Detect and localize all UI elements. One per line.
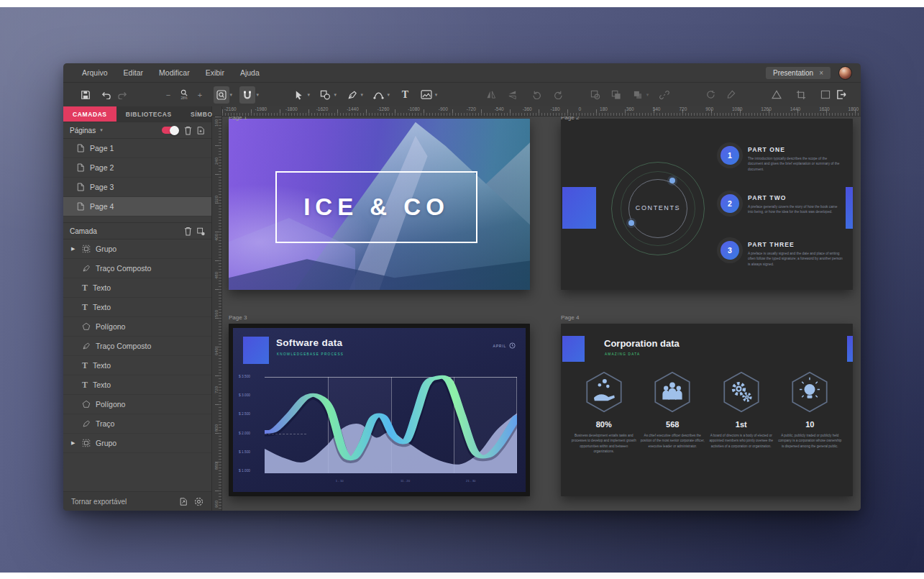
stat-value: 568	[666, 420, 679, 429]
layers-stack-dropdown[interactable]: ▾	[646, 92, 649, 98]
menu-modificar[interactable]: Modificar	[159, 68, 190, 77]
bend-tool-button[interactable]	[370, 86, 386, 104]
pen-tool-button[interactable]	[344, 86, 360, 104]
artboard-page-2[interactable]: CONTENTS 1 PART ONE The introduction typ…	[561, 119, 853, 290]
select-tool-dropdown[interactable]: ▾	[308, 92, 311, 98]
layer-item-texto[interactable]: ▶ T Texto	[63, 375, 211, 395]
layer-item-poligono[interactable]: ▶ Polígono	[63, 317, 211, 337]
accent-square	[562, 187, 596, 229]
layer-item-traco[interactable]: ▶ Traço	[63, 414, 211, 434]
undo-button[interactable]	[99, 86, 114, 104]
link-button[interactable]	[657, 86, 672, 104]
export-slice-button[interactable]	[179, 497, 188, 506]
pen-tool-dropdown[interactable]: ▾	[361, 92, 364, 98]
zoom-out-button[interactable]: −	[160, 86, 176, 104]
style-brush-button[interactable]	[723, 86, 739, 104]
artboard-label[interactable]: Page 2	[561, 117, 579, 121]
canvas-viewport[interactable]: Page 1 Page 2 Page 3 Page 4 ICE & CO	[222, 117, 861, 511]
avatar[interactable]	[838, 66, 852, 80]
crop-icon	[796, 90, 806, 100]
page-item-2[interactable]: Page 2	[63, 158, 211, 178]
text-layer-icon: T	[82, 283, 88, 293]
team-icon	[653, 371, 692, 413]
rotate-ccw-button[interactable]	[529, 86, 545, 104]
zoom-level-button[interactable]: 28%	[176, 86, 192, 104]
save-button[interactable]	[78, 86, 93, 104]
select-tool-button[interactable]	[291, 86, 307, 104]
plus-label: +	[198, 91, 202, 99]
layer-label: Grupo	[96, 245, 116, 253]
layer-item-texto[interactable]: ▶ T Texto	[63, 298, 211, 317]
rotate-cw-button[interactable]	[550, 86, 566, 104]
contents-title: CONTENTS	[628, 204, 688, 211]
shape-tool-button[interactable]	[318, 86, 334, 104]
rotate-copies-button[interactable]	[702, 86, 718, 104]
brush-icon	[726, 90, 736, 99]
page-item-3[interactable]: Page 3	[63, 178, 211, 197]
redo-button[interactable]	[114, 86, 130, 104]
mask-button[interactable]	[587, 86, 603, 104]
zoom-in-button[interactable]: +	[192, 86, 208, 104]
artboard-page-4[interactable]: Corporation data AMAZING DATA 80% Busine…	[561, 324, 853, 496]
sidebar: CAMADAS BIBLIOTECAS SÍMBOLOS Páginas ▾ P…	[63, 106, 212, 511]
mask-icon	[590, 90, 600, 100]
shape-tool-dropdown[interactable]: ▾	[334, 92, 337, 98]
triangle-shape-button[interactable]	[769, 86, 785, 104]
horizontal-ruler: -2160-1980-1800-1620-1440-1260-1080-900-…	[222, 106, 861, 117]
add-layer-button[interactable]	[196, 227, 205, 236]
artboard-label[interactable]: Page 1	[229, 117, 247, 121]
text-tool-button[interactable]: T	[397, 86, 413, 104]
zoom-tool-dropdown[interactable]: ▾	[230, 92, 233, 98]
crop-button[interactable]	[793, 86, 809, 104]
export-exit-button[interactable]	[833, 86, 849, 104]
menu-arquivo[interactable]: Arquivo	[82, 68, 108, 77]
layer-item-grupo[interactable]: ▶ Grupo	[63, 240, 211, 259]
part-number-badge: 3	[721, 241, 739, 260]
artboard-label[interactable]: Page 3	[229, 314, 247, 321]
layer-item-grupo[interactable]: ▶ Grupo	[63, 434, 211, 453]
flip-vertical-button[interactable]	[505, 86, 521, 104]
add-page-button[interactable]	[196, 126, 205, 135]
expand-icon[interactable]: ▶	[71, 440, 77, 446]
layer-label: Texto	[93, 380, 111, 389]
flip-horizontal-button[interactable]	[483, 86, 499, 104]
layer-item-poligono[interactable]: ▶ Polígono	[63, 395, 211, 414]
make-exportable-label[interactable]: Tornar exportável	[71, 498, 127, 506]
snap-dropdown[interactable]: ▾	[256, 92, 259, 98]
image-tool-dropdown[interactable]: ▾	[435, 92, 438, 98]
pages-toggle[interactable]	[162, 127, 178, 134]
stat-body: As chief executive officer describes the…	[640, 433, 705, 449]
stat-body: Business development entails tasks and p…	[572, 433, 636, 454]
boolean-union-button[interactable]	[608, 86, 624, 104]
expand-icon[interactable]: ▶	[71, 246, 77, 252]
document-tab[interactable]: Presentation ×	[766, 67, 831, 79]
add-page-icon	[196, 126, 205, 135]
menu-exibir[interactable]: Exibir	[206, 68, 224, 77]
layers-stack-button[interactable]	[630, 86, 646, 104]
zoom-region-tool-button[interactable]	[214, 86, 229, 104]
tab-camadas[interactable]: CAMADAS	[63, 106, 116, 122]
menu-bar: Arquivo Editar Modificar Exibir Ajuda Pr…	[63, 63, 861, 82]
layer-item-texto[interactable]: ▶ T Texto	[63, 278, 211, 298]
delete-layer-button[interactable]	[184, 227, 192, 236]
layer-item-texto[interactable]: ▶ T Texto	[63, 356, 211, 375]
artboard-page-3[interactable]: Software data KNOWLEDGEBASE PROCESS APRI…	[229, 324, 530, 496]
rectangle-shape-button[interactable]	[818, 86, 833, 104]
image-tool-button[interactable]	[418, 86, 434, 104]
menu-editar[interactable]: Editar	[124, 68, 143, 77]
pages-collapse-icon[interactable]: ▾	[100, 127, 103, 133]
delete-page-button[interactable]	[184, 126, 192, 135]
page-item-1[interactable]: Page 1	[63, 139, 211, 158]
artboard-label[interactable]: Page 4	[561, 314, 579, 321]
snap-magnet-button[interactable]	[239, 86, 255, 104]
layer-item-traco-composto[interactable]: ▶ Traço Composto	[63, 259, 211, 278]
export-settings-button[interactable]	[194, 497, 203, 506]
bend-tool-dropdown[interactable]: ▾	[387, 92, 390, 98]
artboard-page-1[interactable]: ICE & CO	[229, 119, 530, 290]
page-file-icon	[77, 183, 84, 191]
close-tab-icon[interactable]: ×	[819, 69, 823, 77]
tab-bibliotecas[interactable]: BIBLIOTECAS	[116, 106, 181, 122]
layer-item-traco-composto[interactable]: ▶ Traço Composto	[63, 337, 211, 356]
menu-ajuda[interactable]: Ajuda	[240, 68, 260, 77]
page-item-4-selected[interactable]: Page 4	[63, 197, 211, 216]
